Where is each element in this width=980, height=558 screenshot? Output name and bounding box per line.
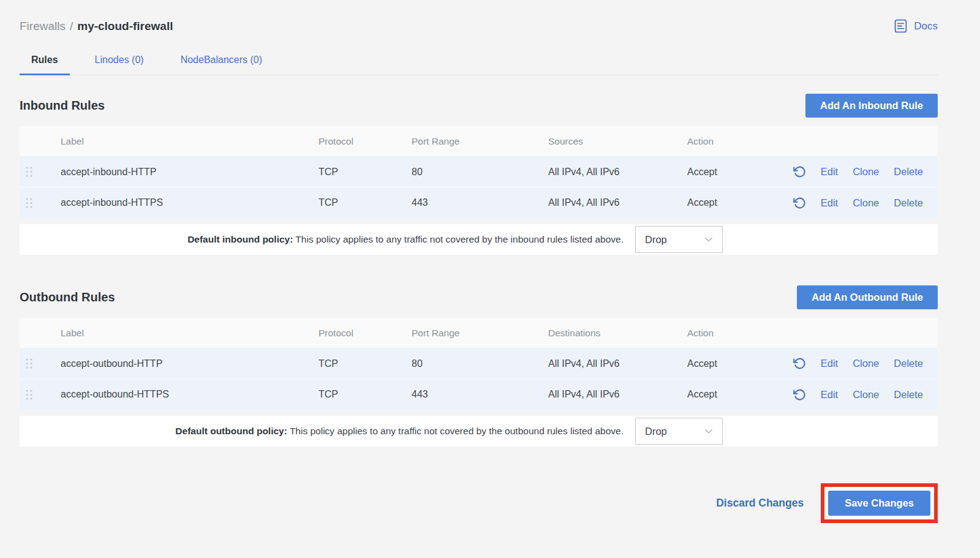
undo-icon (793, 388, 806, 401)
docs-link[interactable]: Docs (893, 18, 938, 34)
footer-actions: Discard Changes Save Changes (20, 483, 938, 523)
delete-button[interactable]: Delete (894, 358, 923, 369)
tab-bar: Rules Linodes (0) NodeBalancers (0) (20, 50, 938, 75)
docs-icon (893, 18, 908, 34)
rule-action: Accept (687, 167, 773, 178)
drag-handle[interactable] (25, 358, 33, 369)
table-row: accept-outbound-HTTPS TCP 443 All IPv4, … (20, 379, 938, 410)
rule-port-range: 80 (412, 358, 548, 369)
save-changes-button[interactable]: Save Changes (828, 491, 930, 516)
chevron-down-icon (703, 425, 715, 437)
selected-policy-value: Drop (645, 426, 667, 437)
breadcrumb-firewalls-link[interactable]: Firewalls (20, 20, 66, 33)
rule-label: accept-outbound-HTTPS (61, 389, 318, 400)
rule-port-range: 443 (412, 389, 548, 400)
clone-button[interactable]: Clone (853, 197, 879, 209)
drag-handle-icon (25, 389, 33, 401)
discard-changes-button[interactable]: Discard Changes (716, 497, 804, 510)
undo-icon (793, 357, 806, 370)
edit-button[interactable]: Edit (821, 358, 838, 369)
undo-button[interactable] (793, 388, 806, 401)
clone-button[interactable]: Clone (853, 166, 879, 178)
rule-port-range: 80 (412, 167, 548, 178)
clone-button[interactable]: Clone (853, 358, 879, 369)
rule-action: Accept (687, 358, 773, 369)
edit-button[interactable]: Edit (821, 166, 838, 178)
rule-sources: All IPv4, All IPv6 (548, 167, 687, 178)
drag-handle-icon (25, 358, 33, 369)
inbound-rules-title: Inbound Rules (20, 99, 105, 113)
default-outbound-policy-label: Default outbound policy: (175, 426, 287, 436)
tab-rules[interactable]: Rules (20, 50, 70, 75)
selected-policy-value: Drop (645, 234, 667, 246)
drag-handle-icon (25, 166, 33, 178)
undo-button[interactable] (793, 165, 806, 178)
add-inbound-rule-button[interactable]: Add An Inbound Rule (805, 94, 938, 118)
clone-button[interactable]: Clone (853, 389, 879, 401)
breadcrumb-separator: / (70, 20, 73, 33)
rule-protocol: TCP (318, 197, 412, 208)
rule-destinations: All IPv4, All IPv6 (548, 358, 687, 369)
table-row: accept-outbound-HTTP TCP 80 All IPv4, Al… (20, 349, 938, 379)
column-header-protocol: Protocol (318, 136, 412, 147)
outbound-rules-title: Outbound Rules (20, 290, 115, 304)
drag-handle[interactable] (25, 166, 33, 178)
annotation-highlight-box: Save Changes (821, 483, 938, 523)
default-inbound-policy-description: This policy applies to any traffic not c… (295, 234, 624, 244)
drag-handle[interactable] (25, 389, 33, 401)
page-header: Firewalls / my-cloud-firewall Docs (20, 0, 938, 34)
column-header-sources: Sources (548, 136, 687, 147)
tab-linodes[interactable]: Linodes (0) (83, 50, 156, 75)
rule-label: accept-outbound-HTTP (61, 358, 318, 369)
delete-button[interactable]: Delete (894, 389, 923, 401)
drag-handle[interactable] (25, 197, 33, 209)
default-inbound-policy-row: Default inbound policy:This policy appli… (20, 224, 938, 255)
rule-sources: All IPv4, All IPv6 (548, 197, 687, 208)
default-outbound-policy-description: This policy applies to any traffic not c… (290, 426, 624, 436)
firewall-detail-page: Firewalls / my-cloud-firewall Docs Rules… (0, 0, 980, 550)
rule-port-range: 443 (412, 197, 548, 208)
rule-label: accept-inbound-HTTPS (61, 197, 318, 208)
drag-handle-icon (25, 197, 33, 209)
column-header-label: Label (61, 136, 318, 147)
undo-button[interactable] (793, 197, 806, 209)
default-inbound-policy-label: Default inbound policy: (187, 234, 293, 244)
edit-button[interactable]: Edit (821, 389, 838, 401)
breadcrumb: Firewalls / my-cloud-firewall (20, 20, 173, 33)
rule-label: accept-inbound-HTTP (61, 167, 318, 178)
edit-button[interactable]: Edit (821, 197, 838, 209)
default-inbound-policy-text: Default inbound policy:This policy appli… (187, 234, 624, 245)
default-outbound-policy-text: Default outbound policy:This policy appl… (175, 426, 624, 437)
undo-button[interactable] (793, 357, 806, 370)
default-inbound-policy-select[interactable]: Drop (635, 226, 723, 253)
rule-protocol: TCP (318, 389, 412, 400)
outbound-section-header: Outbound Rules Add An Outbound Rule (20, 285, 938, 309)
column-header-action: Action (687, 136, 773, 147)
rule-protocol: TCP (318, 167, 412, 178)
breadcrumb-current-firewall: my-cloud-firewall (77, 20, 173, 33)
column-header-label: Label (61, 328, 318, 339)
default-outbound-policy-select[interactable]: Drop (635, 418, 723, 445)
undo-icon (793, 197, 806, 209)
add-outbound-rule-button[interactable]: Add An Outbound Rule (797, 285, 938, 309)
column-header-protocol: Protocol (318, 328, 412, 339)
rule-destinations: All IPv4, All IPv6 (548, 389, 687, 400)
rule-protocol: TCP (318, 358, 412, 369)
inbound-rules-table: Label Protocol Port Range Sources Action… (20, 126, 938, 218)
rule-action: Accept (687, 389, 773, 400)
column-header-port-range: Port Range (412, 328, 548, 339)
outbound-rules-table: Label Protocol Port Range Destinations A… (20, 318, 938, 410)
rule-action: Accept (687, 197, 773, 208)
inbound-section-header: Inbound Rules Add An Inbound Rule (20, 94, 938, 118)
column-header-port-range: Port Range (412, 136, 548, 147)
tab-nodebalancers[interactable]: NodeBalancers (0) (169, 50, 274, 75)
outbound-table-header: Label Protocol Port Range Destinations A… (20, 318, 938, 349)
column-header-action: Action (687, 328, 773, 339)
delete-button[interactable]: Delete (894, 197, 923, 209)
inbound-table-header: Label Protocol Port Range Sources Action (20, 126, 938, 157)
default-outbound-policy-row: Default outbound policy:This policy appl… (20, 416, 938, 447)
delete-button[interactable]: Delete (894, 166, 923, 178)
docs-label: Docs (914, 20, 938, 32)
undo-icon (793, 165, 806, 178)
table-row: accept-inbound-HTTPS TCP 443 All IPv4, A… (20, 187, 938, 218)
